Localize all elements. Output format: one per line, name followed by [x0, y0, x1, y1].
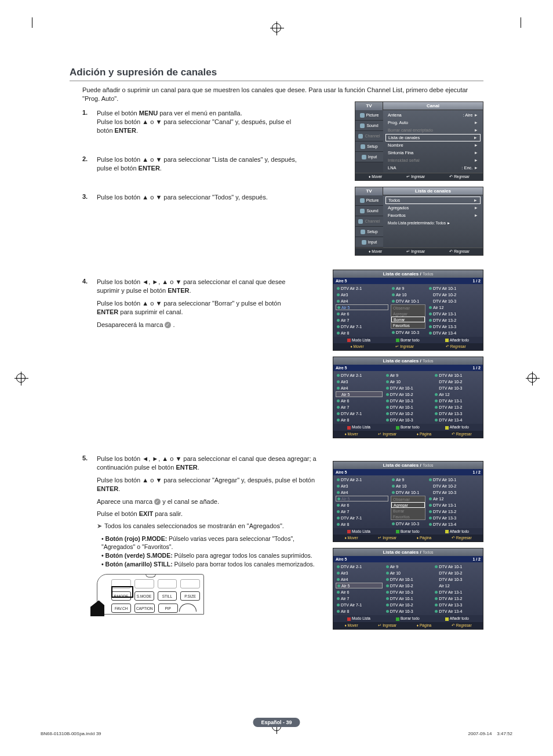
item-antena[interactable]: Antena: Aire ►: [385, 111, 481, 119]
channel-list-after-delete: Lista de canales / Todos Aire 51 / 2 DTV…: [333, 357, 483, 438]
item-prog[interactable]: Prog. Auto►: [385, 119, 481, 126]
tab-input[interactable]: Input: [355, 237, 383, 248]
ctx-observar[interactable]: Observar: [391, 305, 425, 311]
hint-regresar: ↶ Regresar: [449, 175, 470, 179]
menu-title: Lista de canales: [383, 187, 483, 195]
item-agregados[interactable]: Agregados►: [385, 204, 481, 212]
tv-menu-canal: TV Canal Picture Sound Channel Setup Inp…: [355, 101, 483, 181]
remote-smode[interactable]: S.MODE: [134, 591, 154, 601]
item-lista[interactable]: Lista de canales►: [385, 134, 481, 141]
tab-sound[interactable]: Sound: [355, 206, 383, 216]
tab-input[interactable]: Input: [355, 152, 383, 162]
tab-picture[interactable]: Picture: [355, 195, 383, 206]
hint-mover: ♦ Mover: [369, 175, 382, 179]
item-modo[interactable]: Modo Lista predeterminado: Todos ►: [385, 219, 481, 227]
tab-channel[interactable]: Channel: [355, 216, 383, 227]
screenshots-top: TV Canal Picture Sound Channel Setup Inp…: [355, 101, 483, 256]
remote-still[interactable]: STILL: [158, 591, 177, 601]
channel-list-borrar: Lista de canales / Todos Aire 51 / 2 DTV…: [333, 270, 483, 351]
tab-setup[interactable]: Setup: [355, 141, 383, 152]
tv-badge: TV: [355, 187, 383, 195]
context-menu: Observar Agregar Borrar Favoritos: [391, 304, 425, 329]
thumb-icon: [90, 600, 104, 616]
channel-col1: DTV Air 2-1 Air3 Air4 Air 5 Air 6 Air 7 …: [336, 285, 388, 336]
item-favoritos[interactable]: Favoritos►: [385, 212, 481, 219]
remote-pip[interactable]: PIP: [158, 604, 178, 613]
hint-ingresar: ↵ Ingresar: [406, 175, 425, 179]
highlight-box: [111, 586, 133, 598]
channel-col2: Air 9 Air 10 DTV Air 10-1 Observar Agreg…: [391, 285, 425, 336]
screenshots-step4: Lista de canales / Todos Aire 51 / 2 DTV…: [333, 270, 483, 438]
tab-channel[interactable]: Channel: [355, 131, 383, 141]
tv-badge: TV: [355, 102, 383, 110]
screenshots-step5: Lista de canales / Todos Aire 51 / 2 DTV…: [333, 461, 483, 630]
footer-right: 2007-09-14 3:47:52: [468, 731, 512, 736]
menu-title: Canal: [383, 102, 483, 110]
channel-col3: DTV Air 10-1 DTV Air 10-2 DTV Air 10-3 A…: [428, 285, 481, 336]
channel-list-after-add: Lista de canales / Todos Aire 51 / 2 DTV…: [333, 548, 483, 629]
check-icon: ✓: [154, 499, 161, 505]
item-borrar-enc: Borrar canal encriptado►: [385, 126, 481, 134]
ctx-borrar[interactable]: Borrar: [391, 317, 425, 322]
tab-setup[interactable]: Setup: [355, 227, 383, 237]
tab-sound[interactable]: Sound: [355, 121, 383, 131]
footer-left: BN68-01310B-00Spa.indd 39: [41, 731, 101, 736]
item-lna[interactable]: LNA: Enc. ►: [385, 164, 481, 172]
item-todos[interactable]: Todos►: [385, 197, 481, 204]
ctx-agregar[interactable]: Agregar: [391, 311, 425, 317]
item-sintonia[interactable]: Sintonía Fina►: [385, 149, 481, 157]
tv-menu-lista: TV Lista de canales Picture Sound Channe…: [355, 187, 483, 256]
remote-psize[interactable]: P.SIZE: [180, 591, 200, 601]
page-title: Adición y supresión de canales: [70, 67, 483, 81]
note-icon: ➤: [97, 522, 102, 529]
remote-caption[interactable]: CAPTION: [134, 604, 154, 613]
remote-diagram: P.MODE S.MODE STILL P.SIZE FAV.CH CAPTIO…: [97, 574, 204, 615]
item-intensidad: Intensidad señal►: [385, 157, 481, 164]
channel-list-agregar: Lista de canales / Todos Aire 51 / 2 DTV…: [333, 461, 483, 542]
tab-picture[interactable]: Picture: [355, 110, 383, 121]
remote-favch[interactable]: FAV.CH: [111, 604, 131, 613]
page-number-badge: Español - 39: [253, 718, 300, 727]
item-nombre[interactable]: Nombre►: [385, 141, 481, 149]
check-icon: ✓: [165, 322, 171, 328]
ctx-favoritos[interactable]: Favoritos: [391, 322, 425, 328]
